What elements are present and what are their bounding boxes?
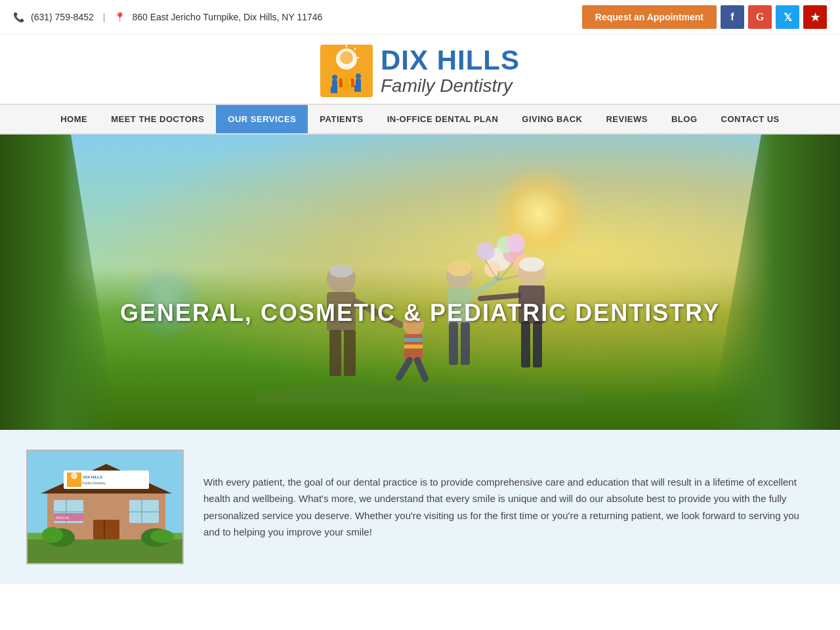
address: 860 East Jericho Turnpike, Dix Hills, NY… xyxy=(132,12,322,22)
nav-item-blog[interactable]: BLOG xyxy=(660,105,709,133)
top-bar-right: Request an Appointment f G 𝕏 ★ xyxy=(582,5,827,29)
svg-point-22 xyxy=(256,384,584,404)
nav-link-dental-plan[interactable]: IN-OFFICE DENTAL PLAN xyxy=(375,105,511,133)
svg-point-73 xyxy=(71,472,77,479)
logo-icon xyxy=(320,45,373,97)
map-icon: 📍 xyxy=(114,12,125,22)
svg-rect-63 xyxy=(93,520,119,539)
top-bar: 📞 (631) 759-8452 | 📍 860 East Jericho Tu… xyxy=(0,0,840,35)
svg-point-43 xyxy=(476,242,495,261)
svg-rect-19 xyxy=(339,81,343,87)
nav-item-our-services[interactable]: OUR SERVICES xyxy=(216,105,308,133)
svg-rect-55 xyxy=(521,322,530,368)
nav-link-giving-back[interactable]: GIVING BACK xyxy=(510,105,594,133)
hero-text: GENERAL, COSMETIC & PEDIATRIC DENTISTRY xyxy=(0,299,840,327)
nav-item-giving-back[interactable]: GIVING BACK xyxy=(510,105,594,133)
content-section: DIX HILLS Family Dentistry SPECIAL With … xyxy=(0,430,840,584)
svg-rect-21 xyxy=(351,81,354,87)
nav-link-home[interactable]: HOME xyxy=(49,105,99,133)
nav-item-patients[interactable]: PATIENTS xyxy=(308,105,375,133)
logo-title: DIX HILLS xyxy=(381,45,520,75)
hero-heading: GENERAL, COSMETIC & PEDIATRIC DENTISTRY xyxy=(0,299,840,327)
nav-link-our-services[interactable]: OUR SERVICES xyxy=(216,105,308,133)
contact-info: 📞 (631) 759-8452 | 📍 860 East Jericho Tu… xyxy=(13,12,322,22)
svg-point-36 xyxy=(448,261,471,276)
svg-line-40 xyxy=(471,279,499,295)
content-paragraph: With every patient, the goal of our dent… xyxy=(203,474,814,541)
nav-link-reviews[interactable]: REVIEWS xyxy=(594,105,659,133)
nav-link-patients[interactable]: PATIENTS xyxy=(308,105,375,133)
svg-point-18 xyxy=(339,79,342,82)
svg-point-10 xyxy=(356,74,361,79)
svg-rect-9 xyxy=(334,87,337,93)
svg-rect-8 xyxy=(331,87,334,93)
svg-text:DIX HILLS: DIX HILLS xyxy=(83,475,102,479)
phone-number: (631) 759-8452 xyxy=(31,12,94,22)
svg-rect-13 xyxy=(358,85,361,92)
google-icon[interactable]: G xyxy=(748,5,772,29)
svg-line-33 xyxy=(399,360,410,377)
svg-point-25 xyxy=(329,264,353,278)
nav-item-dental-plan[interactable]: IN-OFFICE DENTAL PLAN xyxy=(375,105,511,133)
content-text: With every patient, the goal of our dent… xyxy=(203,474,814,541)
yelp-icon[interactable]: ★ xyxy=(803,5,827,29)
svg-point-47 xyxy=(507,234,525,252)
separator: | xyxy=(103,12,106,22)
svg-line-34 xyxy=(417,360,425,379)
nav-item-contact-us[interactable]: CONTACT US xyxy=(709,105,791,133)
nav-link-contact-us[interactable]: CONTACT US xyxy=(709,105,791,133)
family-figures xyxy=(256,174,584,404)
nav-link-blog[interactable]: BLOG xyxy=(660,105,709,133)
nav-list: HOME MEET THE DOCTORS OUR SERVICES PATIE… xyxy=(0,105,840,133)
svg-point-81 xyxy=(150,530,174,543)
svg-point-6 xyxy=(332,75,337,80)
header: DIX HILLS Family Dentistry xyxy=(0,35,840,104)
nav-item-reviews[interactable]: REVIEWS xyxy=(594,105,659,133)
svg-rect-27 xyxy=(344,330,356,376)
svg-rect-38 xyxy=(449,322,458,365)
office-image: DIX HILLS Family Dentistry SPECIAL xyxy=(26,450,184,564)
svg-rect-64 xyxy=(104,520,105,539)
logo-subtitle: Family Dentistry xyxy=(381,75,520,96)
svg-rect-32 xyxy=(404,345,423,348)
facebook-icon[interactable]: f xyxy=(721,5,744,29)
office-svg: DIX HILLS Family Dentistry SPECIAL xyxy=(28,451,184,564)
svg-point-2 xyxy=(340,51,353,64)
svg-rect-16 xyxy=(343,85,346,91)
svg-point-80 xyxy=(42,527,63,543)
svg-line-57 xyxy=(480,295,518,299)
svg-rect-39 xyxy=(461,322,470,365)
logo-text: DIX HILLS Family Dentistry xyxy=(381,45,520,96)
nav-item-meet-doctors[interactable]: MEET THE DOCTORS xyxy=(99,105,216,133)
svg-text:SPECIAL: SPECIAL xyxy=(56,516,70,520)
navigation: HOME MEET THE DOCTORS OUR SERVICES PATIE… xyxy=(0,104,840,135)
svg-rect-17 xyxy=(347,85,350,91)
svg-rect-31 xyxy=(404,338,423,342)
twitter-icon[interactable]: 𝕏 xyxy=(776,5,799,29)
svg-text:Family Dentistry: Family Dentistry xyxy=(82,481,106,485)
nav-item-home[interactable]: HOME xyxy=(49,105,99,133)
svg-point-20 xyxy=(350,79,354,82)
svg-rect-70 xyxy=(129,511,159,513)
svg-rect-67 xyxy=(54,511,83,513)
nav-link-meet-doctors[interactable]: MEET THE DOCTORS xyxy=(99,105,216,133)
svg-rect-56 xyxy=(533,322,542,368)
phone-icon: 📞 xyxy=(13,12,24,22)
svg-point-53 xyxy=(519,257,544,272)
svg-rect-26 xyxy=(329,330,341,376)
appointment-button[interactable]: Request an Appointment xyxy=(582,5,717,29)
svg-point-46 xyxy=(484,261,500,277)
svg-rect-12 xyxy=(354,85,358,92)
svg-point-14 xyxy=(345,77,348,81)
hero-section: GENERAL, COSMETIC & PEDIATRIC DENTISTRY xyxy=(0,135,840,430)
logo-container: DIX HILLS Family Dentistry xyxy=(320,45,520,97)
